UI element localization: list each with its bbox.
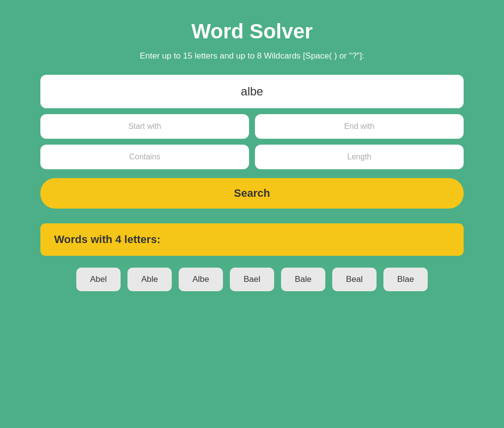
app-container: Word Solver Enter up to 15 letters and u…	[0, 0, 504, 428]
results-header: Words with 4 letters:	[40, 223, 464, 256]
search-section: Search	[40, 75, 464, 209]
word-chip[interactable]: Bale	[281, 268, 325, 291]
main-search-input[interactable]	[40, 75, 464, 108]
filter-row-1	[40, 114, 464, 139]
page-title: Word Solver	[191, 20, 313, 43]
word-chip[interactable]: Bael	[230, 268, 274, 291]
word-chip[interactable]: Beal	[332, 268, 377, 291]
word-chip[interactable]: Abel	[76, 268, 121, 291]
results-section: Words with 4 letters: AbelAbleAlbeBaelBa…	[40, 223, 464, 291]
length-input[interactable]	[255, 145, 464, 169]
words-grid: AbelAbleAlbeBaelBaleBealBlae	[40, 268, 464, 291]
page-subtitle: Enter up to 15 letters and up to 8 Wildc…	[140, 51, 364, 61]
filter-row-2	[40, 145, 464, 169]
start-with-input[interactable]	[40, 114, 249, 139]
contains-input[interactable]	[40, 145, 249, 169]
word-chip[interactable]: Albe	[179, 268, 223, 291]
word-chip[interactable]: Able	[127, 268, 172, 291]
end-with-input[interactable]	[255, 114, 464, 139]
word-chip[interactable]: Blae	[383, 268, 428, 291]
search-button[interactable]: Search	[40, 178, 464, 209]
results-title: Words with 4 letters:	[54, 233, 160, 245]
